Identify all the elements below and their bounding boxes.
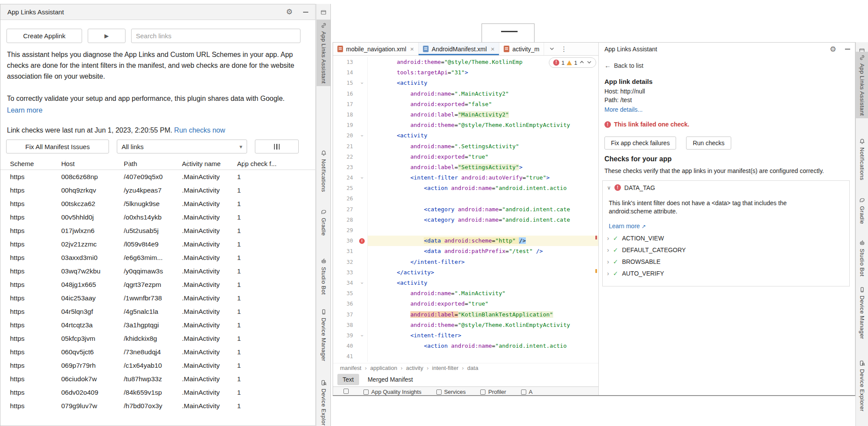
tool-strip-item[interactable]: Studio Bot (317, 255, 330, 297)
table-row[interactable]: https06ciudok7w/tu87hwp33z.MainActivity1 (0, 372, 315, 386)
code-line[interactable]: 32 </intent-filter> (333, 257, 598, 267)
create-applink-button[interactable]: Create Applink (7, 29, 82, 43)
tool-strip-item[interactable]: Gradle (856, 194, 868, 226)
window-mode-icon[interactable] (320, 9, 327, 16)
status-bar-item[interactable]: App Quality Insights (363, 389, 422, 395)
column-header[interactable]: Host (61, 160, 124, 167)
table-row[interactable]: https04rtcqtz3a/3a1hgptqgi.MainActivity1 (0, 318, 315, 332)
tool-strip-item[interactable]: Device Manager (317, 306, 330, 364)
tool-strip-item[interactable]: App Links Assistant (317, 20, 330, 86)
tool-strip-item[interactable]: Studio Bot (856, 237, 868, 279)
minimize-icon[interactable] (845, 49, 850, 50)
kebab-menu-icon[interactable]: ⋮ (561, 45, 567, 53)
table-row[interactable]: https05kfcp3jvm/khidckix8g.MainActivity1 (0, 332, 315, 345)
close-icon[interactable]: × (410, 45, 414, 53)
next-issue-icon[interactable] (587, 60, 592, 66)
editor-tab[interactable]: mobile_navigation.xml× (333, 43, 419, 55)
code-line[interactable]: 14 tools:targetApi="31"> (333, 67, 598, 78)
search-links-input[interactable] (131, 29, 300, 43)
table-row[interactable]: https048jg1x665/qgrt37ezpm.MainActivity1 (0, 278, 315, 291)
code-line[interactable]: 21 android:name=".SettingsActivity" (333, 141, 598, 152)
more-details-link[interactable]: More details... (604, 106, 643, 113)
code-line[interactable]: 36 android:exported="true" (333, 299, 598, 309)
learn-more-link[interactable]: Learn more ↗ (609, 223, 646, 230)
settings-gear-icon[interactable]: ⚙ (286, 8, 293, 16)
breadcrumb-item[interactable]: activity (406, 365, 423, 371)
close-icon[interactable]: × (491, 45, 495, 53)
tool-strip-item[interactable]: Notifications (317, 147, 330, 195)
table-row[interactable]: https00tskcza62/5lknugk9se.MainActivity1 (0, 197, 315, 210)
code-editor[interactable]: 13 android:theme="@style/Theme.KotlinEmp… (333, 56, 598, 363)
table-row[interactable]: https02jv21zzmc/l059v8t4e9.MainActivity1 (0, 237, 315, 251)
table-row[interactable]: https04r5lqn3gf/4g5nalc1la.MainActivity1 (0, 305, 315, 318)
check-row[interactable]: ›✓AUTO_VERIFY (607, 269, 843, 278)
code-line[interactable]: 39› <intent-filter> (333, 330, 598, 341)
code-line[interactable]: 30! <data android:scheme="http" /> (333, 236, 598, 246)
table-row[interactable]: https03axxd3mi0/e6g63mim....MainActivity… (0, 251, 315, 264)
table-row[interactable]: https008c6z68np/407e09q5x0.MainActivity1 (0, 170, 315, 183)
previous-issue-icon[interactable] (579, 60, 584, 66)
breadcrumb-item[interactable]: application (370, 365, 397, 371)
tool-strip-item[interactable]: Gradle (317, 206, 330, 238)
fold-chevron-icon[interactable]: › (356, 134, 367, 137)
column-header[interactable]: Path (124, 160, 182, 167)
table-row[interactable]: https069p7r79rh/c1x64yab10.MainActivity1 (0, 359, 315, 372)
fix-app-check-failures-button[interactable]: Fix app check failures (604, 136, 676, 150)
table-row[interactable]: https06dv02o409/84k659v1sp.MainActivity1 (0, 386, 315, 399)
code-line[interactable]: 28 <category android:name="android.inten… (333, 215, 598, 225)
tool-strip-item[interactable]: Notifications (856, 136, 868, 183)
code-line[interactable]: 35 android:name=".MainActivity" (333, 288, 598, 299)
breadcrumb-item[interactable]: manifest (340, 365, 361, 371)
links-filter-dropdown[interactable]: All links ▾ (117, 140, 247, 153)
check-row[interactable]: ›✓BROWSABLE (607, 257, 843, 266)
table-row[interactable]: https00hq9zrkqv/yzu4kpeas7.MainActivity1 (0, 183, 315, 197)
settings-gear-icon[interactable]: ⚙ (830, 46, 836, 53)
code-line[interactable]: 38 android:theme="@style/Theme.KotlinEmp… (333, 320, 598, 330)
tool-strip-item[interactable]: App Links Assistant (856, 52, 868, 118)
code-line[interactable]: 25 <action android:name="android.intent.… (333, 183, 598, 193)
breadcrumb-item[interactable]: intent-filter (432, 365, 459, 371)
fold-chevron-icon[interactable]: › (356, 334, 367, 337)
code-line[interactable]: 31 <data android:pathPrefix="/test" /> (333, 246, 598, 256)
run-play-button[interactable]: ▶ (88, 29, 125, 43)
fold-chevron-icon[interactable]: › (356, 176, 367, 180)
run-checks-now-link[interactable]: Run checks now (174, 126, 225, 134)
inspection-widget[interactable]: ! 1 1 (549, 57, 596, 68)
code-line[interactable]: 22 android:exported="true" (333, 152, 598, 162)
status-bar-item[interactable]: A (521, 389, 533, 395)
data-tag-check-row[interactable]: ∨ ! DATA_TAG (607, 184, 843, 191)
column-header[interactable]: Activity name (182, 160, 237, 167)
column-header[interactable]: Scheme (0, 160, 61, 167)
learn-more-link[interactable]: Learn more (7, 106, 43, 114)
code-line[interactable]: 29 (333, 225, 598, 236)
bottom-tab[interactable]: Merged Manifest (363, 374, 418, 385)
back-to-list-link[interactable]: ← Back to list (604, 62, 850, 69)
code-line[interactable]: 15› <activity (333, 78, 598, 88)
table-row[interactable]: https00v5hhld0j/o0xhs14ykb.MainActivity1 (0, 210, 315, 224)
minimize-icon[interactable] (303, 12, 308, 13)
code-line[interactable]: 19 android:theme="@style/Theme.KotlinEmp… (333, 120, 598, 130)
table-row[interactable]: https04ic253aay/1wwnfbr738.MainActivity1 (0, 291, 315, 305)
tab-overflow-chevron-icon[interactable] (549, 45, 554, 53)
check-row[interactable]: ›✓ACTION_VIEW (607, 234, 843, 243)
table-row[interactable]: https03wq7w2kbu/y0qqimaw3s.MainActivity1 (0, 264, 315, 278)
tool-strip-item[interactable]: Device Explorer (856, 357, 868, 414)
table-row[interactable]: https060qv5jct6/73ne8udqj4.MainActivity1 (0, 345, 315, 359)
code-line[interactable]: 17 android:exported="false" (333, 99, 598, 110)
code-line[interactable]: 40 <action android:name="android.intent.… (333, 341, 598, 351)
status-bar-item[interactable] (343, 389, 349, 394)
check-row[interactable]: ›✓DEFAULT_CATEGORY (607, 246, 843, 254)
fold-chevron-icon[interactable]: › (356, 281, 367, 284)
fold-chevron-icon[interactable]: › (356, 82, 367, 85)
warning-stripe-mark[interactable] (595, 269, 597, 273)
tool-strip-item[interactable]: Device Manager (856, 284, 868, 342)
column-options-button[interactable] (255, 140, 299, 153)
code-line[interactable]: 37 android:label="KotlinBlankTestApplica… (333, 310, 598, 320)
run-checks-button[interactable]: Run checks (686, 136, 731, 150)
column-header[interactable]: App check f... (237, 160, 315, 167)
code-line[interactable]: 16 android:name=".MainActivity2" (333, 89, 598, 99)
code-line[interactable]: 24› <intent-filter android:autoVerify="t… (333, 173, 598, 183)
code-line[interactable]: 33 </activity> (333, 267, 598, 278)
code-line[interactable]: 34› <activity (333, 278, 598, 288)
table-row[interactable]: https079g9luv7w/h7bd07ox3y.MainActivity1 (0, 399, 315, 413)
